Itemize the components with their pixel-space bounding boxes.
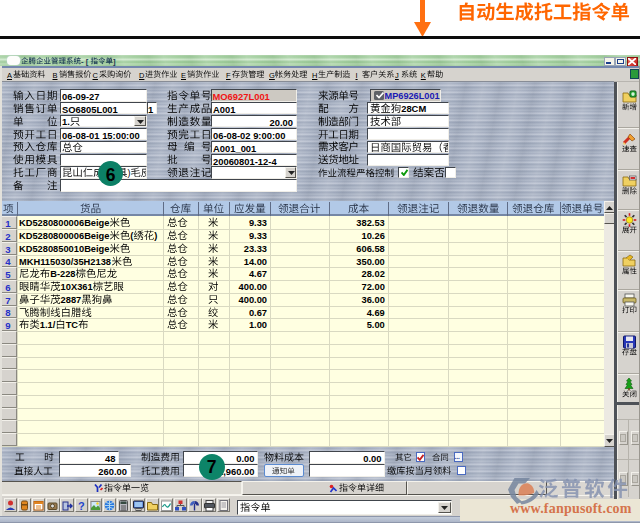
- svg-text:]: ]: [113, 56, 116, 65]
- svg-text:KD5280850010Beige: KD5280850010Beige: [19, 244, 109, 254]
- svg-text:TC: TC: [65, 320, 78, 330]
- svg-text:?: ?: [78, 500, 85, 512]
- svg-text:): ): [154, 231, 157, 241]
- svg-text:): ): [127, 169, 130, 179]
- svg-text:KD5280800006Beige: KD5280800006Beige: [19, 231, 109, 241]
- svg-text:2887: 2887: [60, 295, 81, 305]
- svg-text:28CM: 28CM: [401, 103, 426, 114]
- svg-text:- [: - [: [81, 56, 89, 65]
- svg-text:(: (: [130, 231, 134, 241]
- svg-text:MKH115030/35H2138: MKH115030/35H2138: [19, 257, 111, 267]
- svg-text:B-228: B-228: [50, 269, 75, 279]
- svg-text:KD5280800006Beige: KD5280800006Beige: [19, 218, 109, 228]
- svg-text:1.: 1.: [62, 116, 70, 127]
- svg-text:1.1/: 1.1/: [39, 320, 55, 330]
- svg-text:10X361: 10X361: [60, 282, 92, 292]
